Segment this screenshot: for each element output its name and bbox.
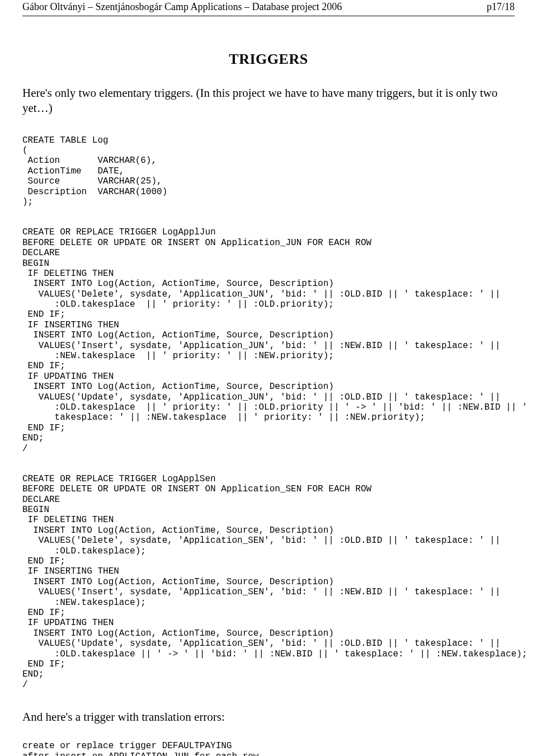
- header-page-number: p17/18: [487, 1, 515, 13]
- document-page: Gábor Oltványi – Szentjánosbogár Camp Ap…: [0, 0, 537, 756]
- code-block-trigger-defaultpaying: create or replace trigger DEFAULTPAYING …: [22, 741, 515, 756]
- code-block-trigger-jun: CREATE OR REPLACE TRIGGER LogApplJun BEF…: [22, 227, 515, 454]
- code-block-create-table: CREATE TABLE Log ( Action VARCHAR(6), Ac…: [22, 135, 515, 208]
- note-paragraph: And here's a trigger with translation er…: [22, 710, 515, 724]
- header-left: Gábor Oltványi – Szentjánosbogár Camp Ap…: [22, 1, 342, 13]
- section-title: TRIGGERS: [22, 51, 515, 68]
- page-header: Gábor Oltványi – Szentjánosbogár Camp Ap…: [22, 0, 515, 16]
- code-block-trigger-sen: CREATE OR REPLACE TRIGGER LogApplSen BEF…: [22, 474, 515, 690]
- intro-paragraph: Here's only two elementary triggers. (In…: [22, 86, 515, 116]
